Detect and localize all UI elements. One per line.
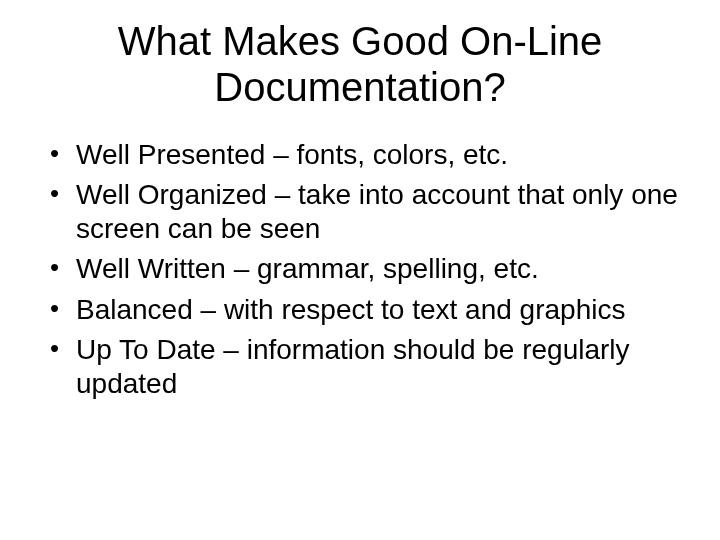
list-item: Up To Date – information should be regul…	[50, 333, 684, 401]
list-item: Well Presented – fonts, colors, etc.	[50, 138, 684, 172]
slide: What Makes Good On-Line Documentation? W…	[0, 0, 720, 540]
slide-title: What Makes Good On-Line Documentation?	[30, 18, 690, 110]
list-item: Well Organized – take into account that …	[50, 178, 684, 246]
list-item: Balanced – with respect to text and grap…	[50, 293, 684, 327]
bullet-list: Well Presented – fonts, colors, etc. Wel…	[30, 138, 690, 401]
list-item: Well Written – grammar, spelling, etc.	[50, 252, 684, 286]
